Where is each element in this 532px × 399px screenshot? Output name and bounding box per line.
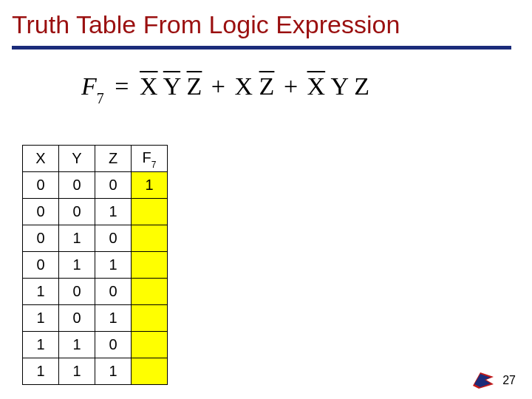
table-row: 0 1 0 [23,225,168,252]
cell-x: 0 [23,172,59,199]
cell-y: 0 [59,279,95,305]
cell-y: 0 [59,172,95,199]
cell-f [132,305,168,332]
eq-t2-zbar: Z [259,72,275,100]
title-rule [12,46,511,50]
cell-z: 0 [95,332,132,358]
cell-f [132,252,168,279]
cell-x: 0 [23,199,59,225]
cell-f [132,332,168,358]
table-header-row: X Y Z F7 [23,146,168,172]
cell-y: 0 [59,199,95,225]
table-row: 0 0 1 [23,199,168,225]
cell-z: 1 [95,199,132,225]
cell-f: 1 [132,172,168,199]
col-header-x: X [23,146,59,172]
cell-f [132,225,168,252]
col-header-f7: F7 [132,146,168,172]
cell-x: 1 [23,332,59,358]
equation: F7 = X Y Z + X Z + X Y Z [81,72,369,104]
cell-z: 1 [95,305,132,332]
cell-z: 1 [95,252,132,279]
page-number: 27 [502,374,516,387]
eq-t1-xbar: X [140,72,158,100]
cell-z: 0 [95,172,132,199]
col-header-y: Y [59,146,95,172]
cell-y: 1 [59,332,95,358]
table-row: 0 1 1 [23,252,168,279]
truth-table: X Y Z F7 0 0 0 1 0 0 1 0 1 0 0 1 1 [22,145,168,385]
slide: Truth Table From Logic Expression F7 = X… [0,0,532,399]
cell-x: 0 [23,252,59,279]
eq-t3-z: Z [354,72,369,100]
cell-z: 0 [95,225,132,252]
cell-y: 1 [59,252,95,279]
cell-x: 1 [23,358,59,385]
eq-t1-zbar: Z [187,72,202,100]
eq-plus1: + [208,72,228,100]
page-title: Truth Table From Logic Expression [12,10,400,39]
cell-f [132,279,168,305]
col-header-7: 7 [151,160,157,170]
cell-z: 1 [95,358,132,385]
cell-f [132,199,168,225]
eq-equals: = [110,72,133,100]
flag-icon [471,369,495,390]
eq-t1-ybar: Y [163,72,180,100]
cell-y: 1 [59,358,95,385]
cell-f [132,358,168,385]
eq-lhs-var: F [81,72,97,100]
eq-t3-y: Y [330,72,347,100]
table-row: 1 1 1 [23,358,168,385]
eq-t3-xbar: X [307,72,326,100]
cell-y: 0 [59,305,95,332]
cell-z: 0 [95,279,132,305]
table-row: 0 0 0 1 [23,172,168,199]
cell-y: 1 [59,225,95,252]
table-row: 1 0 1 [23,305,168,332]
eq-lhs-sub: 7 [97,90,104,106]
cell-x: 0 [23,225,59,252]
cell-x: 1 [23,279,59,305]
eq-plus2: + [281,72,301,100]
cell-x: 1 [23,305,59,332]
table-row: 1 0 0 [23,279,168,305]
col-header-f: F [143,149,151,166]
col-header-z: Z [95,146,132,172]
table-row: 1 1 0 [23,332,168,358]
eq-t2-x: X [235,72,253,100]
